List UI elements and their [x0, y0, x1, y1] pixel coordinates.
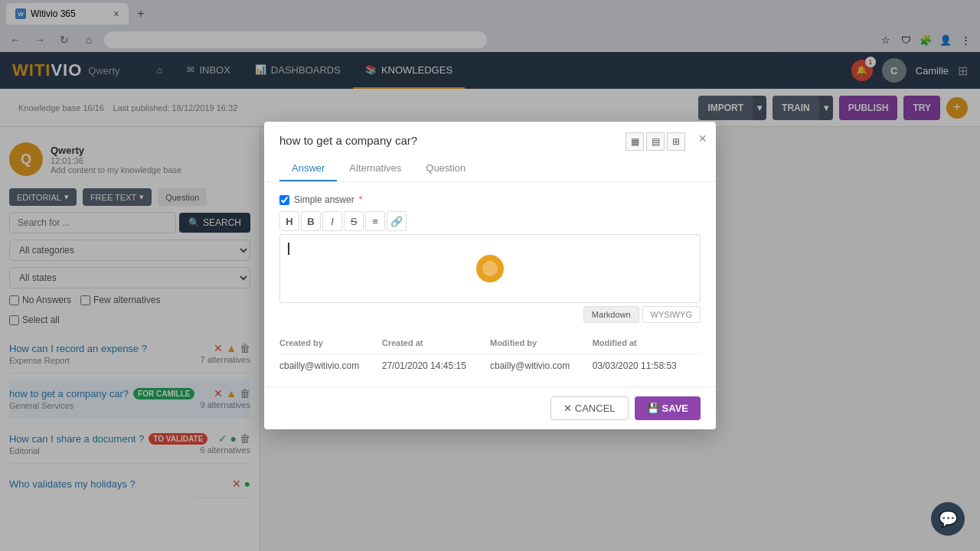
strikethrough-button[interactable]: S	[344, 211, 364, 231]
modal-close-button[interactable]: ×	[698, 131, 707, 147]
list-button[interactable]: ≡	[365, 211, 385, 231]
save-icon: 💾	[647, 403, 659, 414]
heading-button[interactable]: H	[279, 211, 299, 231]
simple-answer-checkbox[interactable]	[279, 195, 289, 205]
required-marker: *	[359, 194, 363, 205]
tab-answer[interactable]: Answer	[279, 156, 337, 181]
modal-tabs: Answer Alternatives Question	[279, 156, 701, 181]
tab-alternatives[interactable]: Alternatives	[337, 156, 413, 181]
cancel-button[interactable]: ✕ CANCEL	[550, 396, 629, 420]
bold-button[interactable]: B	[301, 211, 321, 231]
link-icon: 🔗	[390, 216, 403, 227]
wysiwyg-mode-button[interactable]: WYSIWYG	[642, 306, 701, 323]
modal-meta: Created by Created at Modified by Modifi…	[264, 335, 716, 386]
modified-at-value: 03/03/2020 11:58:53	[593, 354, 701, 375]
chat-widget[interactable]: 💬	[931, 502, 965, 536]
save-label: SAVE	[662, 403, 688, 414]
editor-footer: Markdown WYSIWYG	[279, 306, 701, 323]
editor-toolbar: H B I S ≡ 🔗	[279, 211, 701, 231]
meta-table: Created by Created at Modified by Modifi…	[279, 335, 701, 374]
modal-overlay[interactable]: how to get a company car? × ▦ ▤ ⊞ Answer…	[0, 0, 980, 551]
cancel-icon: ✕	[564, 403, 572, 414]
view-icon-3[interactable]: ⊞	[667, 132, 685, 151]
italic-button[interactable]: I	[322, 211, 342, 231]
simple-answer-text: Simple answer	[294, 194, 354, 205]
markdown-mode-button[interactable]: Markdown	[583, 306, 639, 323]
text-cursor	[288, 243, 289, 255]
editor-area[interactable]	[279, 234, 701, 303]
save-button[interactable]: 💾 SAVE	[635, 396, 701, 420]
view-icon-1[interactable]: ▦	[626, 132, 644, 151]
view-icon-2[interactable]: ▤	[646, 132, 665, 151]
spinner-inner	[482, 261, 498, 276]
view-mode-icons: ▦ ▤ ⊞	[626, 132, 685, 151]
italic-icon: I	[331, 216, 334, 227]
simple-answer-label: Simple answer *	[279, 194, 701, 205]
strikethrough-icon: S	[351, 216, 358, 227]
bold-icon: B	[307, 216, 314, 227]
meta-data-row: cbailly@witivio.com 27/01/2020 14:45:15 …	[279, 354, 701, 375]
heading-icon: H	[286, 216, 292, 227]
meta-header-row: Created by Created at Modified by Modifi…	[279, 335, 701, 354]
created-at-header: Created at	[382, 335, 490, 354]
modal-body: Simple answer * H B I S ≡ 🔗	[264, 182, 716, 335]
cancel-label: CANCEL	[575, 403, 616, 414]
tab-question-label: Question	[426, 162, 466, 174]
created-by-value: cbailly@witivio.com	[279, 354, 382, 375]
link-button[interactable]: 🔗	[387, 211, 407, 231]
modified-by-value: cbailly@witivio.com	[490, 354, 593, 375]
chat-icon: 💬	[939, 510, 958, 528]
created-by-header: Created by	[279, 335, 382, 354]
modal-header: how to get a company car? × ▦ ▤ ⊞ Answer…	[264, 122, 716, 182]
modal: how to get a company car? × ▦ ▤ ⊞ Answer…	[264, 122, 716, 429]
spinner-circle	[476, 255, 504, 282]
modified-by-header: Modified by	[490, 335, 593, 354]
modified-at-header: Modified at	[593, 335, 701, 354]
tab-alternatives-label: Alternatives	[349, 162, 401, 174]
list-icon: ≡	[372, 216, 378, 227]
modal-actions: ✕ CANCEL 💾 SAVE	[264, 386, 716, 429]
loading-spinner	[476, 255, 504, 282]
tab-answer-label: Answer	[292, 162, 325, 174]
created-at-value: 27/01/2020 14:45:15	[382, 354, 490, 375]
tab-question[interactable]: Question	[413, 156, 478, 181]
